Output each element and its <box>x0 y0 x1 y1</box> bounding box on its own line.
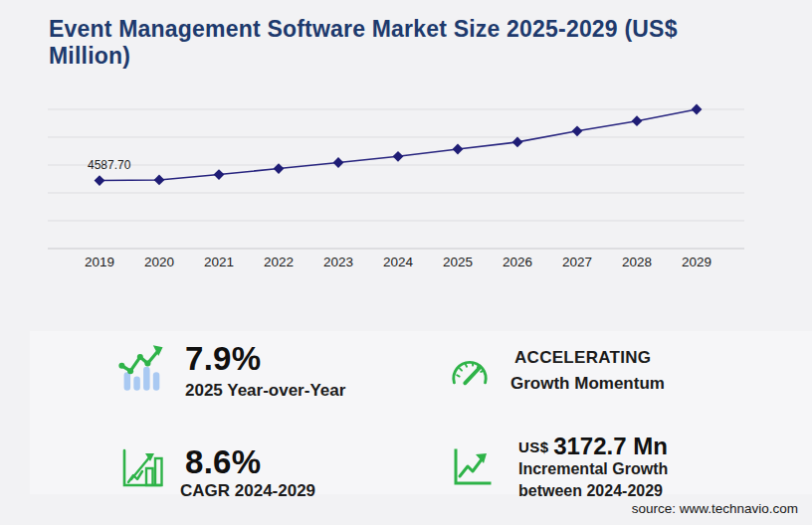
data-point-2020 <box>154 175 165 186</box>
data-point-2019 <box>95 175 105 186</box>
first-point-value-label: 4587.70 <box>88 158 131 172</box>
x-axis-label-2028: 2028 <box>622 255 652 269</box>
data-point-2028 <box>632 115 643 126</box>
yoy-value: 7.9% <box>185 340 261 378</box>
data-point-2026 <box>512 137 523 148</box>
cagr-label: CAGR 2024-2029 <box>180 481 315 501</box>
outlined-bar-growth-icon <box>119 445 165 493</box>
x-axis-label-2027: 2027 <box>562 255 592 269</box>
page-title: Event Management Software Market Size 20… <box>49 16 785 70</box>
momentum-line1: ACCELERATING <box>514 348 651 368</box>
incremental-label-line1: Incremental Growth <box>518 460 668 478</box>
incremental-value-line: US$ 3172.7 Mn <box>518 433 668 460</box>
market-size-chart: 4587.70201920202021202220232024202520262… <box>48 97 744 271</box>
x-axis-label-2023: 2023 <box>323 255 353 269</box>
x-axis-label-2019: 2019 <box>85 255 114 269</box>
x-axis-label-2029: 2029 <box>682 255 711 269</box>
x-axis-label-2020: 2020 <box>144 255 174 269</box>
x-axis-label-2022: 2022 <box>264 255 294 269</box>
speedometer-icon <box>446 352 494 394</box>
page-title-line1: Event Management Software Market Size 20… <box>49 16 678 42</box>
data-point-2024 <box>393 151 404 162</box>
data-point-2029 <box>692 104 703 115</box>
x-axis-label-2025: 2025 <box>443 255 473 269</box>
line-chart-canvas: 4587.70201920202021202220232024202520262… <box>48 97 744 271</box>
cagr-value: 8.6% <box>185 443 261 481</box>
zigzag-growth-icon <box>450 441 492 491</box>
page-title-line2: Million) <box>49 43 130 69</box>
incremental-label-line2: between 2024-2029 <box>518 482 663 500</box>
incremental-value: 3172.7 Mn <box>553 433 668 459</box>
infographic-page: Event Management Software Market Size 20… <box>0 0 812 525</box>
momentum-line2: Growth Momentum <box>510 374 665 394</box>
data-point-2023 <box>333 157 344 168</box>
data-point-2021 <box>214 169 225 180</box>
x-axis-label-2024: 2024 <box>383 255 414 269</box>
market-size-line <box>100 109 697 181</box>
data-point-2027 <box>572 125 583 136</box>
incremental-currency: US$ <box>518 438 549 455</box>
x-axis-label-2021: 2021 <box>204 255 234 269</box>
bar-trend-up-icon <box>116 343 168 399</box>
data-point-2025 <box>453 144 464 155</box>
source-attribution: source: www.technavio.com <box>632 501 798 516</box>
yoy-label: 2025 Year-over-Year <box>185 381 345 401</box>
x-axis-label-2026: 2026 <box>503 255 532 269</box>
